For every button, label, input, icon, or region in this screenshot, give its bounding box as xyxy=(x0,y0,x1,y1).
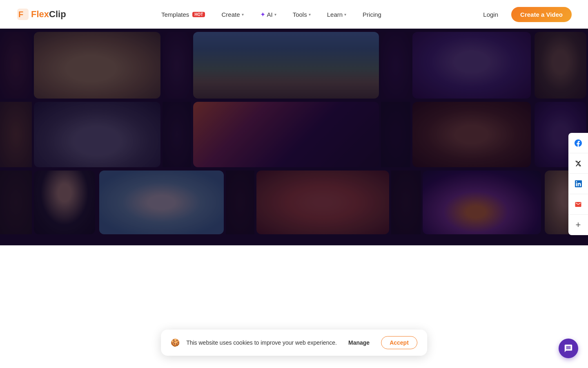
grid-cell-moto xyxy=(34,102,160,167)
login-button[interactable]: Login xyxy=(477,8,505,21)
more-share-button[interactable]: + xyxy=(568,215,588,235)
facebook-share-button[interactable] xyxy=(568,133,588,153)
chevron-down-icon: ▾ xyxy=(344,12,346,17)
create-video-button[interactable]: Create a Video xyxy=(511,7,572,22)
grid-cell-portrait xyxy=(535,32,586,99)
grid-cell-galaxy xyxy=(423,171,541,234)
grid-cell-partial-left-3 xyxy=(0,171,32,234)
nav-right: Login Create a Video xyxy=(477,7,572,22)
grid-cell-gap-6 xyxy=(391,171,421,234)
grid-cell-gap-1 xyxy=(163,32,191,99)
chat-icon xyxy=(564,344,573,353)
grid-cell-cat xyxy=(0,102,32,167)
linkedin-icon xyxy=(575,180,582,187)
grid-cell-gap-4 xyxy=(381,102,410,167)
grid-cell-dalmatian xyxy=(99,171,224,234)
nav-ai[interactable]: ✦ AI ▾ xyxy=(254,7,283,22)
navbar: F FlexClip Templates HOT Create ▾ ✦ AI ▾… xyxy=(0,0,588,29)
nav-learn[interactable]: Learn ▾ xyxy=(321,8,353,21)
facebook-icon xyxy=(575,139,582,147)
cookie-banner: 🍪 This website uses cookies to improve y… xyxy=(161,330,427,356)
nav-create[interactable]: Create ▾ xyxy=(215,8,250,21)
social-sidebar: + xyxy=(568,133,588,235)
logo-text: FlexClip xyxy=(31,9,66,20)
accept-cookies-button[interactable]: Accept xyxy=(381,336,417,349)
grid-cell-monkey xyxy=(412,102,531,167)
nav-pricing[interactable]: Pricing xyxy=(356,8,388,21)
nav-links: Templates HOT Create ▾ ✦ AI ▾ Tools ▾ Le… xyxy=(155,7,388,22)
grid-cell-space-woman xyxy=(193,102,379,167)
nav-tools[interactable]: Tools ▾ xyxy=(286,8,317,21)
grid-cell-astronaut xyxy=(412,32,531,99)
grid-cell-gap-2 xyxy=(381,32,410,99)
hero-section xyxy=(0,29,588,245)
svg-text:F: F xyxy=(18,10,23,19)
grid-cell-lake xyxy=(193,32,379,99)
twitter-x-icon xyxy=(575,160,581,167)
cookie-emoji: 🍪 xyxy=(171,338,180,347)
logo[interactable]: F FlexClip xyxy=(16,8,66,21)
plus-icon: + xyxy=(576,220,581,230)
email-share-button[interactable] xyxy=(568,194,588,215)
nav-templates[interactable]: Templates HOT xyxy=(155,8,212,21)
chevron-down-icon: ▾ xyxy=(274,12,276,17)
grid-cell-bird xyxy=(34,32,160,99)
grid-cell-man xyxy=(34,171,95,234)
grid-cell-cake xyxy=(256,171,389,234)
cookie-text: This website uses cookies to improve you… xyxy=(186,339,337,346)
chevron-down-icon: ▾ xyxy=(242,12,244,17)
ai-star-icon: ✦ xyxy=(260,11,265,18)
linkedin-share-button[interactable] xyxy=(568,174,588,194)
grid-cell-gap-3 xyxy=(163,102,191,167)
grid-cell-gap-5 xyxy=(226,171,254,234)
twitter-share-button[interactable] xyxy=(568,153,588,174)
logo-icon: F xyxy=(16,8,29,21)
chevron-down-icon: ▾ xyxy=(309,12,311,17)
manage-cookies-button[interactable]: Manage xyxy=(343,337,374,348)
email-icon xyxy=(575,201,582,208)
chat-bubble-button[interactable] xyxy=(559,339,578,358)
grid-cell-partial-left-1 xyxy=(0,32,32,99)
